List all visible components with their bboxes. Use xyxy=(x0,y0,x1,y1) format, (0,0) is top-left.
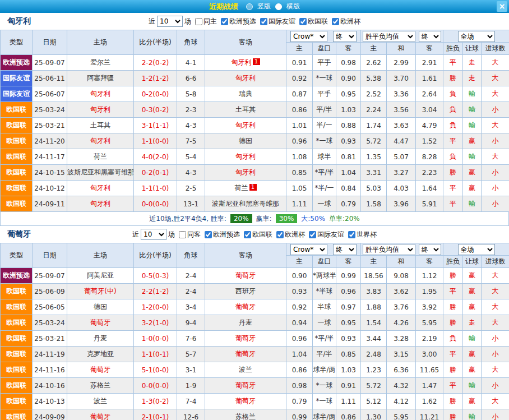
result-cell: 平 xyxy=(443,196,463,212)
score-cell: 0-2(0-0) xyxy=(134,86,177,102)
away-team-name: 匈牙利 xyxy=(235,74,256,82)
col-header-result: 胜负 xyxy=(443,256,463,268)
result-cell: 勝 xyxy=(443,165,463,181)
date-cell: 24-11-17 xyxy=(33,149,67,165)
odds-source-select[interactable]: Crow* xyxy=(290,31,327,42)
col-header-handicap-result: 让球 xyxy=(463,43,482,55)
vertical-layout-option[interactable]: 竖版 xyxy=(257,2,271,11)
radio-vertical-icon[interactable] xyxy=(246,3,253,10)
competition-checkbox-2[interactable]: 欧国联 xyxy=(244,230,272,239)
competition-checkbox-3[interactable]: 欧洲杯 xyxy=(276,230,305,239)
team-name: 葡萄牙 xyxy=(7,229,31,239)
same-venue-checkbox[interactable]: 同客 xyxy=(179,230,201,239)
competition-checkbox-4[interactable]: 国际友谊 xyxy=(309,230,344,239)
home-odds-cell: 0.85 xyxy=(286,165,313,181)
home-odds-cell: 0.99 xyxy=(286,409,313,420)
odds-time-select[interactable]: 终 xyxy=(333,31,357,42)
home-odds-cell: 0.96 xyxy=(286,331,313,347)
close-button[interactable]: × xyxy=(497,1,507,12)
competition-checkbox-1[interactable]: 欧洲预选 xyxy=(205,230,240,239)
lose-odds-cell: 3.92 xyxy=(416,299,443,315)
result-cell: 負 xyxy=(443,86,463,102)
same-venue-checkbox-input[interactable] xyxy=(179,231,186,238)
wdl-time-select[interactable]: 终 xyxy=(419,31,441,42)
odds-time-select[interactable]: 终 xyxy=(333,244,357,255)
goals-result-cell: 大 xyxy=(482,118,509,133)
goals-result-cell: 大 xyxy=(482,315,509,331)
home-team-name: 匈牙利 xyxy=(90,200,110,207)
lose-odds-cell: 1.52 xyxy=(416,133,443,149)
col-header-draw: 和 xyxy=(387,256,416,268)
competition-type-cell: 欧国联 xyxy=(1,133,33,149)
handicap-cell: 平手 xyxy=(313,86,336,102)
match-count-select[interactable]: 10 xyxy=(157,16,183,27)
match-count-select[interactable]: 10 xyxy=(141,229,166,240)
same-venue-checkbox[interactable]: 同主 xyxy=(195,17,217,26)
home-team-cell: 波斯尼亚和黑塞哥维那 xyxy=(67,165,134,181)
result-cell: 勝 xyxy=(443,299,463,315)
wdl-average-select[interactable]: 胜平负均值 xyxy=(363,31,415,42)
goals-result-cell: 大 xyxy=(482,284,509,299)
period-select[interactable]: 全场 xyxy=(458,244,495,255)
win-odds-cell: 1.88 xyxy=(361,299,387,315)
competition-checkbox-2-input[interactable] xyxy=(260,18,267,25)
radio-horizontal-icon[interactable] xyxy=(275,3,282,10)
date-cell: 24-09-09 xyxy=(33,409,67,420)
date-cell: 25-06-05 xyxy=(33,299,67,315)
away-team-cell: 葡萄牙 xyxy=(205,331,286,347)
goals-result-cell: 小 xyxy=(482,165,509,181)
handicap-cell: 平手 xyxy=(313,55,336,71)
goals-result-cell: 小 xyxy=(482,196,509,212)
handicap-cell: *一球 xyxy=(313,394,336,409)
competition-checkbox-2-input[interactable] xyxy=(244,231,251,238)
goals-result-cell: 小 xyxy=(482,133,509,149)
score-cell: 0-5(0-3) xyxy=(134,268,177,284)
competition-checkbox-5-input[interactable] xyxy=(348,231,355,238)
competition-checkbox-4[interactable]: 欧洲杯 xyxy=(332,17,360,26)
col-header-date: 日期 xyxy=(33,243,67,268)
away-team-name: 德国 xyxy=(239,137,252,145)
goals-result-cell: 大 xyxy=(482,149,509,165)
competition-checkbox-1-input[interactable] xyxy=(221,18,228,25)
competition-checkbox-1-input[interactable] xyxy=(205,231,212,238)
date-cell: 24-11-20 xyxy=(33,133,67,149)
competition-checkbox-3-input[interactable] xyxy=(299,18,307,25)
home-odds-cell: 1.11 xyxy=(286,196,313,212)
wdl-average-select[interactable]: 胜平负均值 xyxy=(363,244,415,255)
draw-odds-cell: 5.07 xyxy=(387,149,416,165)
competition-checkbox-3[interactable]: 欧国联 xyxy=(299,17,328,26)
competition-checkbox-5[interactable]: 世界杯 xyxy=(348,230,377,239)
corner-cell: 2-3 xyxy=(177,102,205,118)
wdl-time-select[interactable]: 终 xyxy=(419,244,441,255)
away-odds-cell: 0.85 xyxy=(336,347,361,362)
win-odds-cell: 5.12 xyxy=(361,394,387,409)
handicap-cell: *半球 xyxy=(313,284,336,299)
competition-type-cell: 欧国联 xyxy=(1,299,33,315)
horizontal-layout-option[interactable]: 横版 xyxy=(286,2,300,11)
away-odds-cell: 0.90 xyxy=(336,71,361,86)
home-team-name: 德国 xyxy=(94,303,107,311)
handicap-cell: 一球 xyxy=(313,315,336,331)
goals-result-cell: 大 xyxy=(482,55,509,71)
draw-odds-cell: 3.76 xyxy=(387,299,416,315)
handicap-cell: *一球 xyxy=(313,71,336,86)
competition-checkbox-1[interactable]: 欧洲预选 xyxy=(221,17,256,26)
same-venue-checkbox-input[interactable] xyxy=(195,18,202,25)
competition-checkbox-2[interactable]: 国际友谊 xyxy=(260,17,295,26)
competition-checkbox-3-input[interactable] xyxy=(276,231,284,238)
competition-checkbox-4-input[interactable] xyxy=(309,231,316,238)
competition-checkbox-2-label: 欧国联 xyxy=(252,230,272,239)
competition-checkbox-4-input[interactable] xyxy=(332,18,339,25)
draw-odds-cell: 4.26 xyxy=(387,315,416,331)
draw-odds-cell: 2.99 xyxy=(387,55,416,71)
away-odds-cell: 0.79 xyxy=(336,196,361,212)
draw-odds-cell: 3.15 xyxy=(387,347,416,362)
match-row: 国际友谊25-06-11阿塞拜疆1-2(1-2)6-6匈牙利0.92*一球0.9… xyxy=(1,71,509,86)
filter-row: 葡萄牙 近10场同客欧洲预选欧国联欧洲杯国际友谊世界杯 xyxy=(0,226,509,243)
score-cell: 2-2(1-2) xyxy=(134,284,177,299)
period-select[interactable]: 全场 xyxy=(458,31,495,42)
away-odds-cell: 0.88 xyxy=(336,118,361,133)
result-cell: 勝 xyxy=(443,268,463,284)
win-odds-cell: 1.30 xyxy=(361,409,387,420)
odds-source-select[interactable]: Crow* xyxy=(290,244,327,255)
